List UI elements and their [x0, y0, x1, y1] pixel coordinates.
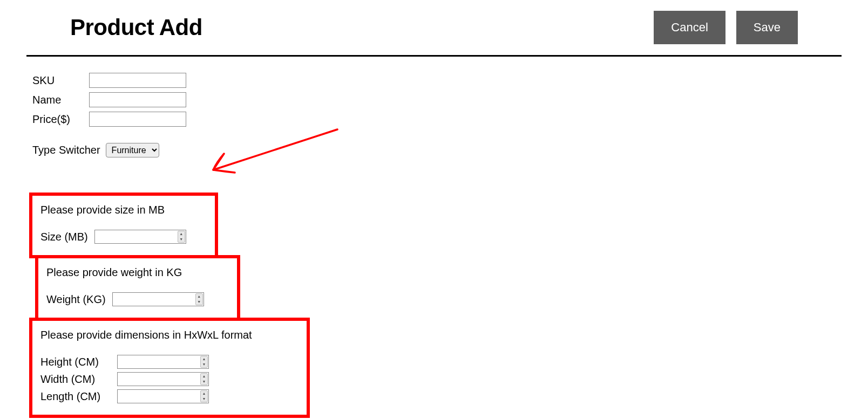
height-label: Height (CM): [40, 356, 111, 368]
weight-input[interactable]: [112, 292, 204, 306]
price-label: Price($): [32, 113, 89, 126]
spinner-icon[interactable]: ▲▼: [200, 373, 208, 385]
spinner-icon[interactable]: ▲▼: [200, 390, 208, 402]
weight-section: Please provide weight in KG Weight (KG) …: [35, 255, 240, 321]
width-label: Width (CM): [40, 373, 111, 386]
form-area: SKU Name Price($) Type Switcher Furnitur…: [0, 73, 868, 418]
length-label: Length (CM): [40, 390, 111, 403]
sku-label: SKU: [32, 74, 89, 87]
size-section: Please provide size in MB Size (MB) ▲▼: [29, 193, 218, 258]
page-title: Product Add: [70, 15, 202, 40]
type-switcher-select[interactable]: Furniture: [106, 143, 159, 157]
type-switcher-label: Type Switcher: [32, 144, 100, 156]
type-switcher-row: Type Switcher Furniture: [32, 143, 836, 157]
spinner-icon[interactable]: ▲▼: [178, 231, 185, 243]
size-input[interactable]: [94, 230, 186, 244]
price-input[interactable]: [89, 112, 186, 127]
sku-input[interactable]: [89, 73, 186, 88]
size-label: Size (MB): [40, 231, 88, 243]
basic-fields: SKU Name Price($): [32, 73, 836, 127]
weight-label: Weight (KG): [46, 293, 106, 306]
save-button[interactable]: Save: [736, 11, 798, 44]
height-input[interactable]: [117, 355, 209, 369]
page-header: Product Add Cancel Save: [0, 0, 868, 55]
dimensions-section: Please provide dimensions in HxWxL forma…: [29, 318, 310, 418]
cancel-button[interactable]: Cancel: [654, 11, 725, 44]
spinner-icon[interactable]: ▲▼: [200, 356, 208, 368]
length-input[interactable]: [117, 389, 209, 403]
name-label: Name: [32, 94, 89, 106]
size-hint-text: Please provide size in MB: [40, 204, 207, 216]
dimensions-hint-text: Please provide dimensions in HxWxL forma…: [40, 329, 299, 341]
width-input[interactable]: [117, 372, 209, 386]
divider-top: [26, 55, 842, 57]
weight-hint-text: Please provide weight in KG: [46, 266, 229, 279]
header-buttons: Cancel Save: [654, 11, 798, 44]
spinner-icon[interactable]: ▲▼: [195, 293, 203, 305]
name-input[interactable]: [89, 92, 186, 107]
